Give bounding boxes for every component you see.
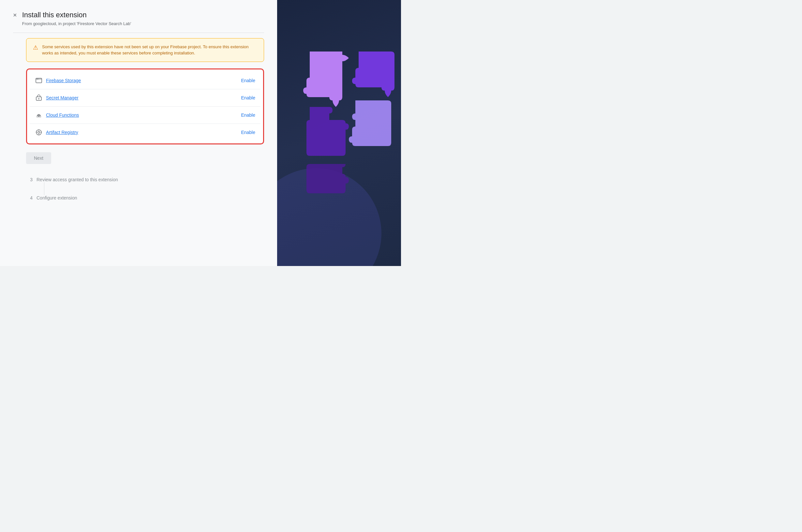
svg-point-5 [38, 98, 39, 99]
svg-point-3 [38, 79, 38, 79]
service-row-firebase-storage: Firebase Storage Enable [30, 72, 261, 89]
secret-manager-enable[interactable]: Enable [241, 95, 255, 100]
step-4-label: Configure extension [37, 195, 77, 201]
step-3-label: Review access granted to this extension [37, 177, 118, 182]
warning-icon: ⚠ [33, 44, 38, 51]
warning-text: Some services used by this extension hav… [42, 44, 257, 56]
header: × Install this extension From googleclou… [13, 11, 264, 26]
close-button[interactable]: × [13, 12, 17, 18]
cloud-functions-name[interactable]: Cloud Functions [46, 112, 79, 118]
service-row-cloud-functions: Cloud Functions Enable [30, 107, 261, 124]
artifact-registry-name[interactable]: Artifact Registry [46, 130, 78, 135]
service-row-artifact-registry: Artifact Registry Enable [30, 124, 261, 141]
cloud-functions-icon [35, 111, 43, 119]
svg-point-2 [37, 79, 38, 79]
step-item-3: 3 Review access granted to this extensio… [26, 177, 264, 182]
next-button[interactable]: Next [26, 152, 51, 164]
firebase-storage-enable[interactable]: Enable [241, 78, 255, 83]
step-item-4: 4 Configure extension [26, 195, 264, 201]
secret-manager-name[interactable]: Secret Manager [46, 95, 79, 100]
step-connector [44, 182, 44, 195]
firebase-storage-name[interactable]: Firebase Storage [46, 78, 81, 83]
right-panel [277, 0, 401, 266]
warning-banner: ⚠ Some services used by this extension h… [26, 38, 264, 62]
puzzle-illustration [293, 38, 401, 228]
artifact-registry-icon [35, 129, 43, 136]
step-3-number: 3 [26, 177, 33, 182]
svg-point-8 [38, 131, 40, 133]
svg-point-11 [36, 132, 37, 133]
svg-rect-6 [37, 116, 41, 117]
page-title: Install this extension [22, 11, 131, 20]
artifact-registry-enable[interactable]: Enable [241, 130, 255, 135]
svg-point-9 [38, 129, 39, 130]
svg-point-10 [41, 132, 42, 133]
firebase-storage-icon [35, 77, 43, 84]
service-row-secret-manager: Secret Manager Enable [30, 89, 261, 107]
header-divider [13, 33, 264, 33]
page-subtitle: From googlecloud, in project 'Firestore … [22, 21, 131, 26]
step-content: ⚠ Some services used by this extension h… [13, 38, 264, 201]
secret-manager-icon [35, 94, 43, 102]
svg-point-12 [38, 134, 39, 135]
step-4-number: 4 [26, 195, 33, 201]
services-box: Firebase Storage Enable Secret Manager [26, 69, 264, 145]
left-panel: × Install this extension From googleclou… [0, 0, 277, 266]
cloud-functions-enable[interactable]: Enable [241, 112, 255, 118]
steps-list: 3 Review access granted to this extensio… [26, 177, 264, 201]
